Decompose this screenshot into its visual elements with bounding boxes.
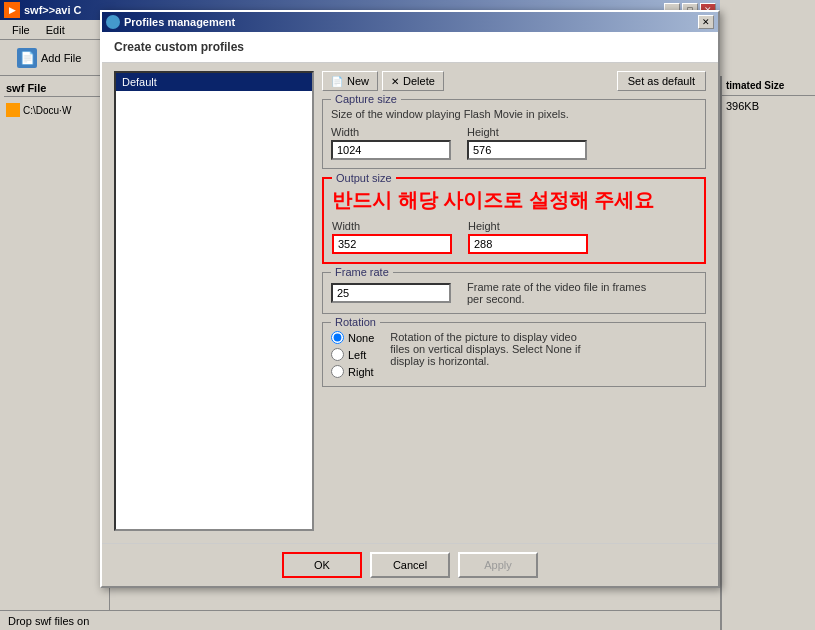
rotation-desc: Rotation of the picture to display video… [390,331,590,378]
profile-item-default[interactable]: Default [116,73,312,91]
dialog-close-button[interactable]: ✕ [698,15,714,29]
apply-label: Apply [484,559,512,571]
frame-rate-row: Frame rate of the video file in frames p… [331,281,697,305]
dialog-body: Default 📄 New ✕ Delete Set as default [102,63,718,539]
output-height-input[interactable] [468,234,588,254]
rotation-label: Rotation [331,316,380,328]
rotation-row: None Left Right Rotation of the picture … [331,331,697,378]
profile-list[interactable]: Default [114,71,314,531]
rotation-none[interactable]: None [331,331,374,344]
status-text: Drop swf files on [8,615,89,627]
capture-width-input[interactable] [331,140,451,160]
dialog-titlebar: Profiles management ✕ [102,12,718,32]
dialog-header-text: Create custom profiles [114,40,244,54]
set-default-label: Set as default [628,75,695,87]
file-name: C:\Docu·W [23,105,71,116]
menu-edit[interactable]: Edit [38,22,73,38]
estimated-size-value: 396KB [722,96,815,116]
rotation-left-radio[interactable] [331,348,344,361]
dialog-buttons: OK Cancel Apply [102,543,718,586]
output-height-group: Height [468,220,588,254]
right-panel: timated Size 396KB [720,76,815,630]
frame-rate-input[interactable] [331,283,451,303]
add-file-icon: 📄 [17,48,37,68]
app-title: swf>>avi C [24,4,81,16]
set-default-button[interactable]: Set as default [617,71,706,91]
output-size-label: Output size [332,172,396,184]
output-width-input[interactable] [332,234,452,254]
add-file-button[interactable]: 📄 Add File [8,43,90,73]
frame-rate-section: Frame rate Frame rate of the video file … [322,272,706,314]
rotation-left-label: Left [348,349,366,361]
apply-button[interactable]: Apply [458,552,538,578]
profile-item-label: Default [122,76,157,88]
new-icon: 📄 [331,76,343,87]
rotation-radio-group: None Left Right [331,331,374,378]
capture-size-fields: Width Height [331,126,697,160]
profile-list-panel: Default [114,71,314,531]
ok-label: OK [314,559,330,571]
capture-size-desc: Size of the window playing Flash Movie i… [331,108,697,120]
file-list-header: swf File [4,80,105,97]
cancel-button[interactable]: Cancel [370,552,450,578]
capture-width-group: Width [331,126,451,160]
delete-profile-button[interactable]: ✕ Delete [382,71,444,91]
rotation-right-radio[interactable] [331,365,344,378]
file-icon [6,103,20,117]
new-profile-button[interactable]: 📄 New [322,71,378,91]
delete-label: Delete [403,75,435,87]
delete-icon: ✕ [391,76,399,87]
capture-height-group: Height [467,126,587,160]
ok-button[interactable]: OK [282,552,362,578]
capture-size-label: Capture size [331,93,401,105]
profiles-dialog: Profiles management ✕ Create custom prof… [100,10,720,588]
app-icon: ▶ [4,2,20,18]
add-file-label: Add File [41,52,81,64]
frame-rate-label: Frame rate [331,266,393,278]
dialog-icon [106,15,120,29]
right-panel-header: timated Size [722,76,815,96]
capture-height-label: Height [467,126,587,138]
cancel-label: Cancel [393,559,427,571]
dialog-toolbar: 📄 New ✕ Delete Set as default [322,71,706,91]
output-size-fields: Width Height [332,220,696,254]
settings-panel: 📄 New ✕ Delete Set as default Capture si… [322,71,706,531]
rotation-right[interactable]: Right [331,365,374,378]
left-panel: swf File C:\Docu·W [0,76,110,630]
output-width-group: Width [332,220,452,254]
rotation-section: Rotation None Left Right [322,322,706,387]
capture-width-label: Width [331,126,451,138]
rotation-none-radio[interactable] [331,331,344,344]
rotation-none-label: None [348,332,374,344]
capture-size-section: Capture size Size of the window playing … [322,99,706,169]
frame-rate-desc: Frame rate of the video file in frames p… [467,281,647,305]
rotation-right-label: Right [348,366,374,378]
dialog-title: Profiles management [124,16,235,28]
new-label: New [347,75,369,87]
menu-file[interactable]: File [4,22,38,38]
rotation-left[interactable]: Left [331,348,374,361]
output-size-section: Output size 반드시 해당 사이즈로 설정해 주세요 Width He… [322,177,706,264]
app-statusbar: Drop swf files on [0,610,720,630]
file-list-item: C:\Docu·W [4,101,105,119]
capture-height-input[interactable] [467,140,587,160]
korean-notice: 반드시 해당 사이즈로 설정해 주세요 [332,187,696,214]
output-width-label: Width [332,220,452,232]
dialog-header: Create custom profiles [102,32,718,63]
output-height-label: Height [468,220,588,232]
